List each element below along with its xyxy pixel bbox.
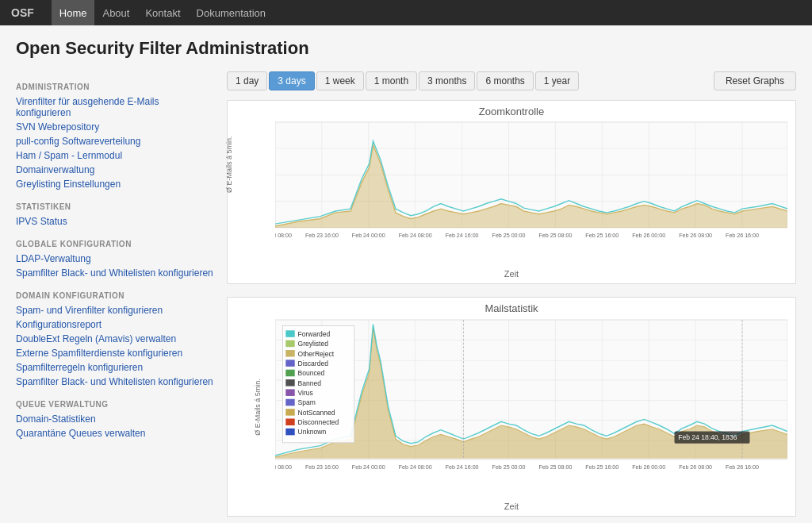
sidebar-section-title-2: GLOBALE KONFIGURATION (16, 240, 214, 248)
svg-text:Disconnected: Disconnected (298, 418, 339, 426)
sidebar-link-3-1[interactable]: Konfigurationsreport (16, 317, 214, 332)
svg-text:Feb 26 00:00: Feb 26 00:00 (632, 464, 665, 471)
svg-text:Feb 24 00:00: Feb 24 00:00 (352, 233, 385, 239)
svg-rect-62 (285, 350, 294, 357)
svg-text:Feb 26 08:00: Feb 26 08:00 (679, 464, 712, 471)
svg-text:Feb 25 00:00: Feb 25 00:00 (492, 464, 526, 471)
svg-text:Feb 24 08:00: Feb 24 08:00 (399, 464, 432, 471)
time-btn-1-week[interactable]: 1 week (316, 71, 364, 90)
chart-mailstatistik: Mailstatistik Ø E-Mails á 5min. (227, 297, 796, 517)
svg-rect-72 (285, 399, 294, 406)
svg-text:Discarded: Discarded (298, 360, 329, 367)
time-controls: 1 day3 days1 week1 month3 months6 months… (227, 71, 796, 90)
svg-text:Feb 26 16:00: Feb 26 16:00 (726, 233, 759, 239)
nav-kontakt[interactable]: Kontakt (137, 0, 188, 25)
svg-rect-74 (285, 409, 294, 416)
main-content: Open Security Filter Administration ADMI… (0, 25, 812, 523)
sidebar-link-0-3[interactable]: Ham / Spam - Lernmodul (16, 148, 214, 163)
svg-text:Feb 24 08:00: Feb 24 08:00 (399, 233, 432, 239)
time-btn-1-day[interactable]: 1 day (227, 71, 267, 90)
svg-text:Feb 24 18:40, 1836: Feb 24 18:40, 1836 (678, 433, 737, 441)
nav-dokumentation[interactable]: Dokumentation (189, 0, 274, 25)
sidebar-link-0-2[interactable]: pull-config Softwareverteilung (16, 134, 214, 148)
layout: ADMINISTRATIONVirenfilter für ausgehende… (16, 71, 796, 523)
sidebar-link-3-3[interactable]: Externe Spamfilterdienste konfigurieren (16, 346, 214, 360)
sidebar-link-3-5[interactable]: Spamfilter Black- und Whitelisten konfig… (16, 375, 214, 389)
time-btn-1-year[interactable]: 1 year (535, 71, 579, 90)
svg-text:Feb 24 16:00: Feb 24 16:00 (446, 464, 479, 471)
chart2-svg: 2200 1833 1467 1100 733 367 0 (275, 316, 787, 475)
svg-rect-66 (285, 370, 294, 377)
chart2-ylabel: Ø E-Mails á 5min. (254, 379, 262, 436)
time-btn-3-months[interactable]: 3 months (419, 71, 475, 90)
svg-text:Feb 25 00:00: Feb 25 00:00 (492, 233, 526, 239)
svg-text:Feb 26 08:00: Feb 26 08:00 (679, 233, 712, 239)
svg-rect-60 (285, 340, 294, 348)
svg-text:Greylisted: Greylisted (298, 340, 329, 348)
chart2-xlabel: Zeit (228, 498, 795, 516)
svg-text:Spam: Spam (298, 398, 316, 406)
svg-text:Banned: Banned (298, 379, 322, 387)
svg-text:NotScanned: NotScanned (298, 409, 335, 417)
sidebar-link-0-4[interactable]: Domainverwaltung (16, 163, 214, 177)
sidebar-link-0-0[interactable]: Virenfilter für ausgehende E-Mails konfi… (16, 94, 214, 120)
chart-zoomkontrolle: Zoomkontrolle Ø E-Mails á 5min. (227, 100, 796, 284)
sidebar-link-0-1[interactable]: SVN Webrepository (16, 120, 214, 134)
sidebar-link-3-0[interactable]: Spam- und Virenfilter konfigurieren (16, 303, 214, 317)
chart1-area: Ø E-Mails á 5min. (228, 119, 795, 266)
chart1-xlabel: Zeit (228, 266, 795, 283)
chart1-title: Zoomkontrolle (228, 101, 795, 119)
sidebar-link-3-4[interactable]: Spamfilterregeln konfigurieren (16, 360, 214, 375)
sidebar-link-0-5[interactable]: Greylisting Einstellungen (16, 177, 214, 191)
svg-text:OtherReject: OtherReject (298, 350, 335, 358)
nav-home[interactable]: Home (52, 0, 95, 25)
svg-text:Feb 25 16:00: Feb 25 16:00 (585, 464, 619, 471)
svg-rect-68 (285, 379, 294, 386)
sidebar-link-1-0[interactable]: IPVS Status (16, 214, 214, 229)
svg-text:Feb 23 16:00: Feb 23 16:00 (305, 233, 339, 239)
sidebar-section-title-3: DOMAIN KONFIGURATION (16, 291, 214, 300)
time-btn-6-months[interactable]: 6 months (477, 71, 533, 90)
svg-text:Feb 23 16:00: Feb 23 16:00 (305, 464, 339, 471)
charts-area: 1 day3 days1 week1 month3 months6 months… (227, 71, 796, 523)
time-btn-1-month[interactable]: 1 month (366, 71, 417, 90)
svg-rect-70 (285, 389, 294, 396)
top-nav: OSF Home About Kontakt Dokumentation (0, 0, 812, 25)
svg-rect-76 (285, 418, 294, 425)
sidebar-link-2-0[interactable]: LDAP-Verwaltung (16, 252, 214, 266)
svg-text:Feb 25 08:00: Feb 25 08:00 (538, 233, 572, 239)
sidebar-link-4-1[interactable]: Quarantäne Queues verwalten (16, 426, 214, 440)
svg-text:Bounced: Bounced (298, 369, 325, 377)
page-title: Open Security Filter Administration (16, 38, 796, 59)
time-btn-3-days[interactable]: 3 days (269, 71, 314, 90)
svg-text:Feb 24 00:00: Feb 24 00:00 (352, 464, 385, 471)
sidebar-section-title-1: STATISTIKEN (16, 202, 214, 211)
sidebar-link-3-2[interactable]: DoubleExt Regeln (Amavis) verwalten (16, 332, 214, 346)
chart2-title: Mailstatistik (228, 298, 795, 316)
svg-text:Virus: Virus (298, 389, 313, 397)
svg-text:Feb 26 16:00: Feb 26 16:00 (726, 464, 759, 471)
sidebar-section-title-0: ADMINISTRATION (16, 83, 214, 91)
svg-text:Feb 25 16:00: Feb 25 16:00 (585, 233, 619, 239)
svg-text:Unknown: Unknown (298, 428, 327, 436)
chart2-area: Ø E-Mails á 5min. (228, 316, 795, 498)
chart1-svg: 2200 1467 733 0 Feb 23 08:00 Feb 23 16:0… (275, 119, 787, 242)
sidebar: ADMINISTRATIONVirenfilter für ausgehende… (16, 71, 214, 523)
svg-rect-58 (285, 330, 294, 337)
svg-text:Feb 25 08:00: Feb 25 08:00 (538, 464, 572, 471)
svg-rect-64 (285, 360, 294, 367)
chart1-ylabel: Ø E-Mails á 5min. (225, 180, 233, 193)
sidebar-link-2-1[interactable]: Spamfilter Black- und Whitelisten konfig… (16, 266, 214, 280)
svg-rect-78 (285, 429, 294, 436)
svg-text:Feb 23 08:00: Feb 23 08:00 (275, 233, 292, 239)
svg-text:Forwarded: Forwarded (298, 330, 331, 338)
nav-about[interactable]: About (94, 0, 137, 25)
sidebar-link-4-0[interactable]: Domain-Statistiken (16, 412, 214, 426)
svg-text:Feb 23 08:00: Feb 23 08:00 (275, 464, 292, 471)
sidebar-section-title-4: QUEUE VERWALTUNG (16, 400, 214, 409)
svg-text:Feb 26 00:00: Feb 26 00:00 (632, 233, 665, 239)
reset-graphs-button[interactable]: Reset Graphs (714, 71, 796, 90)
svg-text:Feb 24 16:00: Feb 24 16:00 (446, 233, 479, 239)
brand-logo: OSF (6, 6, 39, 19)
